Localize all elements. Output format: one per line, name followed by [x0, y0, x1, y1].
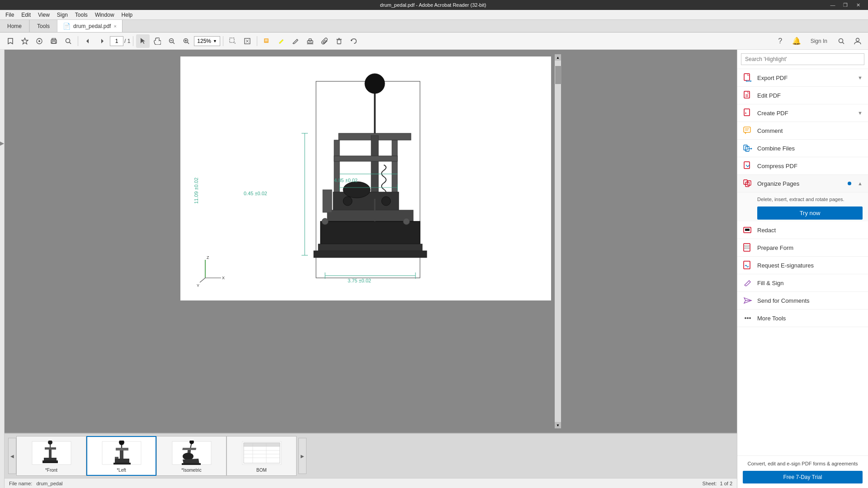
- menu-tools[interactable]: Tools: [71, 11, 91, 19]
- notification-button[interactable]: 🔔: [790, 34, 803, 48]
- menu-file[interactable]: File: [2, 11, 18, 19]
- undo-button[interactable]: [347, 34, 360, 48]
- dim-label-4: 3.75 ±0.02: [348, 278, 371, 283]
- organize-pages-dot: [848, 182, 851, 185]
- menu-edit[interactable]: Edit: [18, 11, 34, 19]
- prev-page-button[interactable]: [81, 34, 94, 48]
- svg-rect-79: [42, 460, 58, 463]
- tool-more-tools[interactable]: More Tools: [737, 310, 868, 327]
- pdf-viewer-area: Z X Y 0.45 ±0.02 4.05 ±0.02 11.09 ±0.02 …: [5, 50, 737, 488]
- tool-fill-sign[interactable]: Fill & Sign: [737, 274, 868, 292]
- free-trial-button[interactable]: Free 7-Day Trial: [743, 471, 863, 483]
- hand-tool-button[interactable]: [151, 34, 164, 48]
- tab-close-button[interactable]: ×: [113, 23, 116, 29]
- tool-create-pdf[interactable]: + Create PDF ▼: [737, 104, 868, 122]
- tool-comment[interactable]: Comment: [737, 122, 868, 140]
- thumb-scroll-left[interactable]: ◀: [8, 438, 16, 474]
- next-page-button[interactable]: [95, 34, 109, 48]
- print-button[interactable]: [47, 34, 61, 48]
- svg-rect-29: [337, 40, 341, 44]
- find-button[interactable]: [61, 34, 75, 48]
- scroll-down-button[interactable]: ▼: [555, 422, 561, 428]
- tool-prepare-form[interactable]: Prepare Form: [737, 239, 868, 257]
- menu-window[interactable]: Window: [91, 11, 118, 19]
- tool-request-esignatures[interactable]: Request E-signatures: [737, 257, 868, 274]
- organize-description: Delete, insert, extract and rotate pages…: [757, 196, 863, 203]
- svg-rect-122: [745, 229, 750, 231]
- svg-rect-90: [182, 448, 196, 450]
- sticky-note-button[interactable]: [260, 34, 274, 48]
- scroll-up-button[interactable]: ▲: [555, 54, 561, 61]
- header-right-icons: ? 🔔 Sign In: [774, 34, 864, 48]
- tool-send-comments[interactable]: Send for Comments: [737, 292, 868, 310]
- tool-organize-pages[interactable]: Organize Pages ▲: [737, 175, 868, 192]
- minimize-button[interactable]: —: [826, 0, 839, 10]
- attach-button[interactable]: [318, 34, 331, 48]
- tab-home[interactable]: Home: [0, 20, 29, 32]
- restore-button[interactable]: ❒: [839, 0, 852, 10]
- tool-compress-pdf[interactable]: Compress PDF: [737, 157, 868, 175]
- sign-in-button[interactable]: Sign In: [806, 36, 832, 46]
- svg-rect-125: [745, 248, 749, 249]
- link-button[interactable]: [33, 34, 46, 48]
- export-pdf-label: Export PDF: [757, 75, 853, 81]
- user-menu-button[interactable]: [851, 34, 864, 48]
- thumb-scroll-right[interactable]: ▶: [298, 438, 307, 474]
- close-button[interactable]: ✕: [852, 0, 864, 10]
- tool-edit-pdf[interactable]: Edit PDF: [737, 87, 868, 104]
- svg-line-17: [188, 42, 189, 44]
- zoom-in-button[interactable]: [179, 34, 193, 48]
- status-bar: File name: drum_pedal Sheet: 1 of 2: [5, 478, 737, 488]
- menu-help[interactable]: Help: [118, 11, 137, 19]
- select-tool-button[interactable]: [136, 34, 150, 48]
- search-header-button[interactable]: [835, 34, 848, 48]
- try-now-button[interactable]: Try now: [757, 206, 863, 220]
- zoom-level-display[interactable]: 125% ▼: [194, 36, 220, 46]
- sheet-current: 1: [720, 481, 722, 486]
- toolbar-sep-1: [78, 36, 78, 46]
- svg-rect-124: [745, 245, 749, 247]
- svg-rect-55: [323, 190, 332, 212]
- menu-sign[interactable]: Sign: [53, 11, 71, 19]
- svg-marker-110: [745, 132, 746, 134]
- thumb-img-left: [99, 440, 144, 467]
- star-button[interactable]: [18, 34, 32, 48]
- help-button[interactable]: ?: [774, 34, 787, 48]
- highlight-search-input[interactable]: [741, 53, 864, 65]
- scroll-thumb[interactable]: [555, 66, 561, 84]
- delete-button[interactable]: [332, 34, 346, 48]
- thumbnail-front[interactable]: *Front: [16, 436, 86, 476]
- request-esign-label: Request E-signatures: [757, 262, 863, 269]
- svg-rect-93: [182, 463, 201, 465]
- marquee-zoom-button[interactable]: [226, 34, 240, 48]
- edit-pdf-label: Edit PDF: [757, 92, 863, 99]
- fill-sign-icon: [743, 278, 753, 288]
- left-sidebar-toggle[interactable]: ▶: [0, 50, 5, 488]
- page-number-input[interactable]: 1: [110, 36, 123, 46]
- svg-point-33: [839, 38, 843, 42]
- window-title: drum_pedal.pdf - Adobe Acrobat Reader (3…: [40, 2, 826, 8]
- stamp-button[interactable]: [303, 34, 317, 48]
- draw-button[interactable]: [289, 34, 302, 48]
- highlight-button[interactable]: [274, 34, 288, 48]
- tab-file[interactable]: 📄 drum_pedal.pdf ×: [57, 20, 123, 32]
- comment-label: Comment: [757, 127, 863, 134]
- fit-page-button[interactable]: [241, 34, 254, 48]
- tab-tools[interactable]: Tools: [29, 20, 57, 32]
- menu-view[interactable]: View: [34, 11, 53, 19]
- tool-export-pdf[interactable]: PDF Export PDF ▼: [737, 69, 868, 87]
- tool-redact[interactable]: Redact: [737, 221, 868, 239]
- sheet-label: Sheet:: [703, 481, 717, 486]
- thumb-label-front: *Front: [45, 468, 57, 473]
- export-pdf-expand: ▼: [858, 75, 863, 80]
- svg-rect-96: [244, 443, 280, 446]
- thumbnail-bom[interactable]: BOM: [226, 436, 297, 476]
- thumbnail-left[interactable]: *Left: [86, 436, 156, 476]
- svg-marker-19: [234, 42, 236, 44]
- zoom-out-button[interactable]: [165, 34, 179, 48]
- thumbnail-isometric[interactable]: *Isometric: [156, 436, 226, 476]
- tool-combine-files[interactable]: Combine Files: [737, 140, 868, 157]
- sheet-of: of: [724, 481, 730, 486]
- thumb-img-front: [29, 440, 74, 467]
- create-bookmark-button[interactable]: [4, 34, 17, 48]
